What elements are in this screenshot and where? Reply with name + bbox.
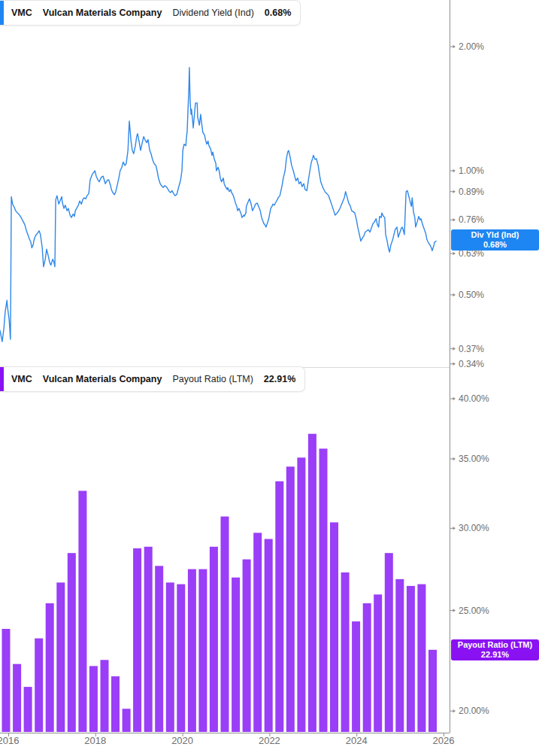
payout-ratio-bar	[341, 572, 350, 732]
payout-ratio-bar	[13, 664, 21, 732]
payout-ratio-bar	[56, 582, 65, 732]
payout-ratio-bar	[243, 560, 251, 732]
year-tick-label: 2022	[253, 735, 286, 746]
dividend-yield-axis-tick-arrow	[453, 362, 456, 366]
payout-ratio-bar	[198, 569, 207, 732]
year-tick-label: 2018	[79, 735, 112, 746]
dividend-yield-axis-tick-label: 0.34%	[459, 358, 484, 370]
payout-ratio-bar	[2, 629, 11, 732]
dividend-yield-axis-tick-label: 0.50%	[459, 289, 484, 301]
payout-ratio-bar	[352, 621, 360, 732]
company-name: Vulcan Materials Company	[43, 374, 162, 384]
payout-ratio-bar	[232, 578, 240, 732]
payout-ratio-axis-tick-arrow	[453, 397, 456, 401]
current-payout-ratio-badge: Payout Ratio (LTM) 22.91%	[451, 639, 539, 660]
blue-series-accent-bar	[0, 1, 4, 25]
payout-ratio-bar	[308, 434, 316, 732]
payout-ratio-bar	[385, 553, 393, 732]
company-name: Vulcan Materials Company	[43, 8, 162, 18]
payout-ratio-bar	[286, 466, 295, 732]
year-tick-label: 2016	[0, 735, 25, 746]
payout-ratio-axis-tick-arrow	[453, 709, 456, 713]
dividend-yield-axis-tick-arrow	[453, 347, 456, 351]
payout-ratio-bar	[363, 603, 371, 732]
payout-ratio-bar	[374, 594, 382, 732]
dividend-yield-axis-tick-arrow	[453, 252, 456, 256]
payout-ratio-bar	[253, 533, 262, 732]
payout-ratio-bar	[428, 650, 437, 732]
payout-ratio-bar	[68, 553, 76, 732]
payout-ratio-bar	[123, 709, 131, 732]
payout-ratio-bar	[111, 676, 120, 732]
payout-ratio-bar	[101, 660, 109, 732]
dividend-yield-axis-tick-label: 2.00%	[459, 41, 484, 53]
ticker-label: VMC	[11, 8, 32, 18]
payout-ratio-bar	[221, 517, 229, 732]
dividend-yield-axis-tick-arrow	[453, 169, 456, 173]
payout-ratio-axis-tick-label: 40.00%	[459, 393, 489, 405]
dividend-yield-axis-tick-arrow	[453, 218, 456, 222]
payout-ratio-bar	[166, 582, 174, 732]
payout-ratio-bar	[407, 586, 415, 732]
payout-ratio-axis-tick-label: 25.00%	[459, 605, 489, 617]
stock-metric-charts: VMC Vulcan Materials Company Dividend Yi…	[0, 0, 539, 756]
metric-value: 22.91%	[264, 374, 295, 384]
dividend-yield-axis-tick-arrow	[453, 45, 456, 49]
payout-ratio-axis-tick-arrow	[453, 609, 456, 612]
badge-series-label: Div Yld (Ind)	[451, 230, 539, 240]
badge-value-label: 22.91%	[451, 650, 539, 660]
metric-name: Payout Ratio (LTM)	[172, 374, 253, 384]
payout-ratio-bar	[395, 579, 404, 732]
dividend-yield-axis-tick-label: 0.37%	[459, 343, 484, 355]
payout-ratio-bar	[275, 481, 283, 732]
year-tick-label: 2024	[340, 735, 373, 746]
payout-ratio-bar	[188, 569, 196, 732]
payout-ratio-bar	[319, 448, 328, 732]
payout-ratio-bar	[417, 584, 425, 732]
purple-series-accent-bar	[0, 367, 4, 391]
dividend-yield-axis-tick-label: 1.00%	[459, 165, 484, 177]
ticker-label: VMC	[11, 374, 32, 384]
payout-ratio-bar	[78, 491, 86, 733]
dividend-yield-axis-tick-label: 0.76%	[459, 214, 484, 226]
payout-ratio-bar	[133, 548, 141, 732]
dividend-yield-line	[0, 68, 436, 342]
payout-ratio-bar	[46, 603, 54, 732]
current-dividend-yield-badge: Div Yld (Ind) 0.68%	[451, 229, 539, 250]
payout-ratio-legend-chip[interactable]: VMC Vulcan Materials Company Payout Rati…	[0, 366, 305, 392]
payout-ratio-bar	[89, 666, 98, 732]
metric-value: 0.68%	[265, 8, 291, 18]
payout-ratio-bar	[155, 566, 163, 732]
year-tick-label: 2026	[427, 735, 460, 746]
dividend-yield-axis-tick-label: 0.89%	[459, 186, 484, 198]
payout-ratio-bar	[210, 547, 218, 732]
dividend-yield-legend-chip[interactable]: VMC Vulcan Materials Company Dividend Yi…	[0, 0, 301, 26]
payout-ratio-bar	[177, 584, 185, 732]
payout-ratio-bar	[35, 639, 43, 732]
badge-series-label: Payout Ratio (LTM)	[451, 640, 539, 650]
dividend-yield-axis-tick-arrow	[453, 190, 456, 193]
metric-name: Dividend Yield (Ind)	[172, 8, 253, 18]
year-tick-label: 2020	[166, 735, 199, 746]
dividend-yield-axis-tick-arrow	[453, 293, 456, 297]
payout-ratio-axis-tick-arrow	[453, 527, 456, 530]
payout-ratio-axis-tick-label: 35.00%	[459, 453, 489, 465]
payout-ratio-bar	[144, 547, 153, 732]
payout-ratio-axis-tick-arrow	[453, 457, 456, 461]
payout-ratio-bar	[297, 457, 305, 732]
payout-ratio-axis-tick-label: 20.00%	[459, 705, 489, 717]
payout-ratio-bar	[330, 522, 338, 732]
payout-ratio-axis-tick-label: 30.00%	[459, 522, 489, 534]
payout-ratio-bar	[24, 687, 32, 732]
payout-ratio-bar	[265, 539, 273, 733]
badge-value-label: 0.68%	[451, 240, 539, 250]
